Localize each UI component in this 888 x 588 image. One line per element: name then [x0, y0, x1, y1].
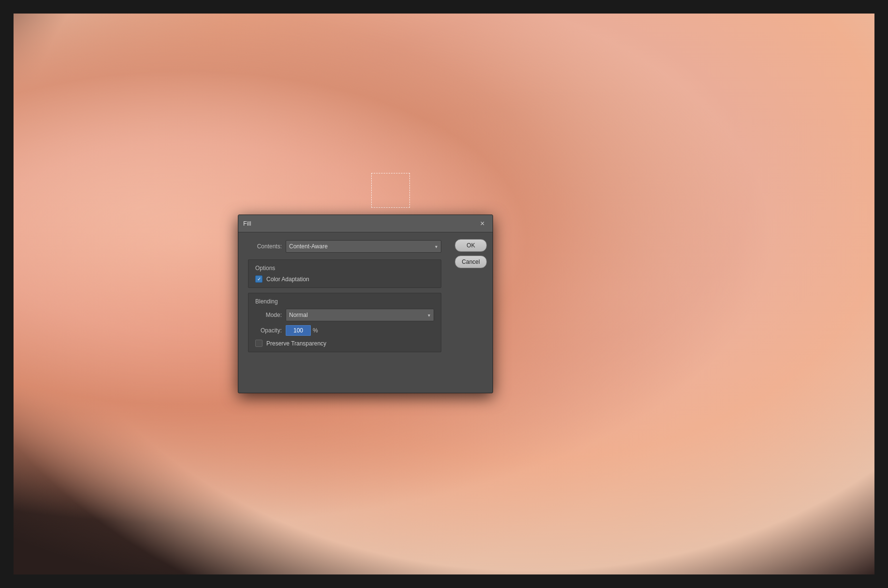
- cancel-button[interactable]: Cancel: [455, 256, 487, 268]
- checkmark-icon: ✓: [257, 277, 261, 282]
- contents-label: Contents:: [248, 243, 282, 250]
- contents-row: Contents: Content-Aware Foreground Color…: [248, 240, 441, 253]
- color-adaptation-row: ✓ Color Adaptation: [255, 275, 434, 283]
- color-adaptation-checkbox[interactable]: ✓: [255, 275, 262, 283]
- contents-select[interactable]: Content-Aware Foreground Color Backgroun…: [286, 240, 441, 253]
- options-section: Options ✓ Color Adaptation: [248, 259, 441, 288]
- dialog-title: Fill: [243, 220, 251, 227]
- opacity-input[interactable]: [286, 325, 311, 336]
- blending-section-label: Blending: [255, 298, 434, 305]
- opacity-label: Opacity:: [255, 327, 282, 334]
- preserve-transparency-label: Preserve Transparency: [266, 340, 326, 347]
- blending-section: Blending Mode: Normal Dissolve Multiply …: [248, 293, 441, 352]
- mode-row: Mode: Normal Dissolve Multiply Screen Ov…: [255, 309, 434, 321]
- mode-select[interactable]: Normal Dissolve Multiply Screen Overlay: [286, 309, 434, 321]
- color-adaptation-label: Color Adaptation: [266, 276, 309, 283]
- mode-label: Mode:: [255, 312, 282, 318]
- canvas-area: Fill × Contents: Content-Aware Foregroun…: [14, 14, 874, 574]
- selection-marquee: [371, 173, 410, 208]
- preserve-transparency-checkbox[interactable]: [255, 340, 262, 347]
- mode-select-wrapper: Normal Dissolve Multiply Screen Overlay: [286, 309, 434, 321]
- close-button[interactable]: ×: [477, 218, 488, 229]
- dialog-titlebar: Fill ×: [238, 215, 493, 232]
- dialog-actions: OK Cancel: [449, 232, 493, 393]
- fill-dialog: Fill × Contents: Content-Aware Foregroun…: [238, 215, 493, 393]
- opacity-row: Opacity: %: [255, 325, 434, 336]
- options-section-label: Options: [255, 265, 434, 272]
- dialog-main: Contents: Content-Aware Foreground Color…: [238, 232, 449, 393]
- ok-button[interactable]: OK: [455, 239, 487, 252]
- opacity-unit: %: [313, 327, 318, 334]
- contents-select-wrapper: Content-Aware Foreground Color Backgroun…: [286, 240, 441, 253]
- preserve-transparency-row: Preserve Transparency: [255, 340, 434, 347]
- dialog-body: Contents: Content-Aware Foreground Color…: [238, 232, 493, 393]
